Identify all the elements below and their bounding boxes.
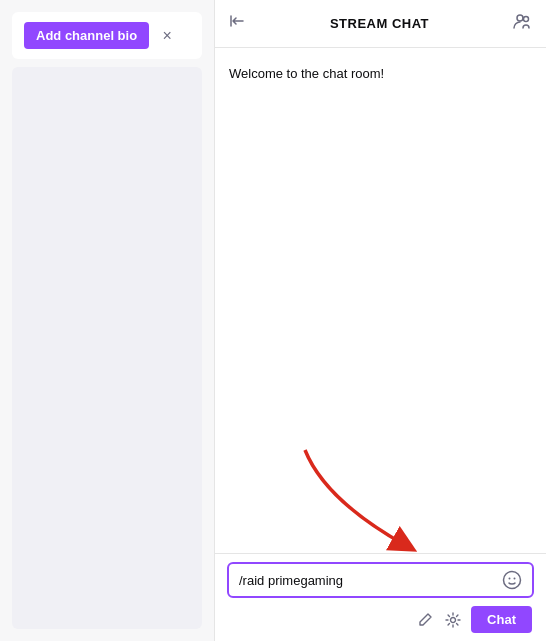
chat-input-area: Chat [215,553,546,641]
pencil-icon-button[interactable] [415,610,435,630]
manage-chatters-icon[interactable] [512,11,532,36]
svg-point-4 [504,572,521,589]
svg-point-5 [509,578,511,580]
chat-panel-title: STREAM CHAT [330,16,429,31]
sidebar: Add channel bio × [0,0,215,641]
chat-input-row [227,562,534,598]
send-chat-button[interactable]: Chat [471,606,532,633]
svg-point-6 [514,578,516,580]
settings-icon-button[interactable] [443,610,463,630]
chat-actions-row: Chat [227,606,534,633]
chat-header: STREAM CHAT [215,0,546,48]
close-sidebar-button[interactable]: × [157,26,177,46]
emoji-picker-button[interactable] [502,570,522,590]
chat-panel: STREAM CHAT Welcome to the chat room! [215,0,546,641]
chat-text-input[interactable] [239,573,502,588]
welcome-message: Welcome to the chat room! [229,66,384,81]
sidebar-top-panel: Add channel bio × [12,12,202,59]
svg-point-1 [517,15,523,21]
sidebar-content [12,67,202,629]
collapse-chat-icon[interactable] [229,12,247,35]
chat-messages-area: Welcome to the chat room! [215,48,546,553]
add-channel-bio-button[interactable]: Add channel bio [24,22,149,49]
svg-point-2 [523,17,528,22]
svg-point-7 [451,617,456,622]
